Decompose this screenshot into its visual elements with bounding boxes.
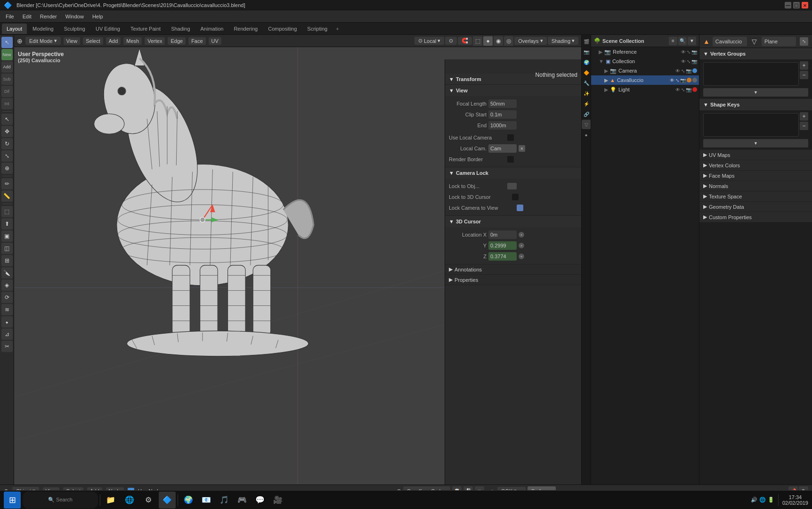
- outliner-ren-light[interactable]: 📷: [686, 87, 691, 92]
- menu-render[interactable]: Render: [36, 12, 61, 21]
- normals-section-hdr[interactable]: ▶ Normals: [699, 181, 812, 191]
- outliner-vis-collection[interactable]: 👁: [681, 59, 686, 64]
- tool-inset[interactable]: ▣: [1, 230, 13, 242]
- tool-shrink-flatten[interactable]: ⬥: [1, 316, 13, 328]
- outliner-vis-reference[interactable]: 👁: [681, 49, 686, 55]
- tab-add[interactable]: +: [333, 25, 341, 33]
- properties-icon-object[interactable]: 🔶: [582, 68, 591, 77]
- focal-length-value[interactable]: 50mm: [488, 99, 517, 108]
- properties-icon-modifier[interactable]: 🔧: [582, 78, 591, 88]
- viewport-shading-lp[interactable]: ◉: [494, 36, 503, 46]
- annotations-section-hdr[interactable]: ▶ Annotations: [445, 264, 581, 275]
- tab-scripting[interactable]: Scripting: [302, 24, 332, 34]
- menu-edit[interactable]: Edit: [19, 12, 35, 21]
- properties-icon-particles[interactable]: ✨: [582, 89, 591, 98]
- face-maps-section-hdr[interactable]: ▶ Face Maps: [699, 171, 812, 181]
- outliner-vis-cavalluccio[interactable]: 👁: [670, 78, 674, 83]
- outliner-filter2[interactable]: ▼: [688, 37, 696, 45]
- properties-icon-data[interactable]: ▽: [582, 120, 591, 129]
- loc-y-value[interactable]: 0.2999: [488, 241, 517, 250]
- outliner-item-cavalluccio[interactable]: ▶ ▲ Cavalluccio 👁 ⤡ 📷: [591, 75, 699, 85]
- outliner-sel-reference[interactable]: ⤡: [687, 49, 690, 55]
- mesh-name-field[interactable]: Plane: [762, 37, 796, 46]
- viewport-shading-solid[interactable]: ●: [483, 36, 493, 46]
- viewport[interactable]: ⊕ Edit Mode ▾ View Select Add Mesh Verte…: [14, 35, 581, 484]
- sk-add-btn[interactable]: +: [800, 112, 808, 121]
- outliner-item-reference[interactable]: ▶ 📷 Reference 👁 ⤡ 📷: [591, 47, 699, 57]
- vg-scroll-up[interactable]: ▼: [703, 88, 808, 97]
- taskbar-file-manager[interactable]: 📁: [102, 492, 119, 509]
- menu-file[interactable]: File: [2, 12, 18, 21]
- tool-box-select[interactable]: ⬚: [1, 206, 13, 217]
- outliner-item-light[interactable]: ▶ 💡 Light 👁 ⤡ 📷: [591, 85, 699, 94]
- loc-y-reset[interactable]: +: [519, 243, 524, 248]
- lock-camera-checkbox[interactable]: [517, 205, 523, 211]
- properties-section-hdr[interactable]: ▶ Properties: [445, 275, 581, 285]
- tab-compositing[interactable]: Compositing: [263, 24, 301, 34]
- view-section-header[interactable]: ▼ View: [445, 85, 581, 96]
- viewport-canvas[interactable]: User Perspective (250) Cavalluccio Z X Y: [14, 47, 581, 484]
- uv-maps-section-hdr[interactable]: ▶ UV Maps: [699, 150, 812, 160]
- transform-pivot-dropdown[interactable]: ⊙ Local ▾: [414, 37, 444, 45]
- tool-annotate[interactable]: ✏: [1, 178, 13, 189]
- end-value[interactable]: 1000m: [488, 121, 517, 130]
- taskbar-chrome[interactable]: 🌐: [121, 492, 138, 509]
- proportional-edit-btn[interactable]: ⊙: [445, 37, 457, 45]
- outliner-ren-collection[interactable]: 📷: [691, 59, 697, 64]
- tool-add[interactable]: Add: [1, 61, 13, 73]
- properties-icon-physics[interactable]: ⚡: [582, 99, 591, 108]
- tool-extrude[interactable]: ⬆: [1, 218, 13, 230]
- clip-start-value[interactable]: 0.1m: [488, 110, 517, 119]
- taskbar-app6[interactable]: 🎥: [269, 492, 286, 509]
- texture-space-section-hdr[interactable]: ▶ Texture Space: [699, 191, 812, 202]
- loc-z-value[interactable]: 0.3774: [488, 252, 517, 261]
- outliner-item-collection[interactable]: ▼ ▣ Collection 👁 ⤡ 📷: [591, 57, 699, 66]
- maximize-button[interactable]: □: [793, 2, 800, 8]
- mesh-props-expand[interactable]: ⤡: [800, 37, 808, 46]
- properties-icon-constraints[interactable]: 🔗: [582, 109, 591, 119]
- tool-cursor[interactable]: ↖: [1, 37, 13, 48]
- object-name-field[interactable]: Cavalluccio: [713, 37, 747, 46]
- tool-loop-cut[interactable]: ⊞: [1, 255, 13, 266]
- tool-spin[interactable]: ⟳: [1, 292, 13, 303]
- outliner-item-camera[interactable]: ▶ 📷 Camera 👁 ⤡ 📷: [591, 66, 699, 75]
- vg-remove-btn[interactable]: −: [800, 71, 808, 79]
- outliner-ren-cavalluccio[interactable]: 📷: [680, 78, 686, 83]
- tab-rendering[interactable]: Rendering: [229, 24, 262, 34]
- shading-dropdown[interactable]: Shading ▾: [548, 37, 578, 45]
- menu-window[interactable]: Window: [62, 12, 88, 21]
- overlays-btn[interactable]: Overlays ▾: [514, 37, 546, 45]
- local-cam-clear[interactable]: ×: [519, 145, 525, 152]
- tool-smooth[interactable]: ≋: [1, 304, 13, 315]
- outliner-sel-camera[interactable]: ⤡: [681, 68, 685, 74]
- outliner-vis-light[interactable]: 👁: [675, 87, 680, 92]
- properties-icon-world[interactable]: 🌍: [582, 57, 591, 67]
- loc-z-reset[interactable]: +: [519, 254, 524, 259]
- vertex-groups-header[interactable]: ▼ Vertex Groups: [699, 48, 812, 59]
- taskbar-app4[interactable]: 🎮: [234, 492, 251, 509]
- properties-icon-renderlayers[interactable]: 📷: [582, 47, 591, 57]
- outliner-ren-camera[interactable]: 📷: [686, 68, 691, 74]
- properties-icon-material[interactable]: ●: [582, 130, 591, 140]
- tab-layout[interactable]: Layout: [2, 24, 27, 34]
- outliner-filter[interactable]: ≡: [669, 37, 677, 45]
- taskbar-search[interactable]: 🔍 Search: [23, 492, 98, 509]
- tool-difference[interactable]: Dif: [1, 86, 13, 97]
- use-local-camera-checkbox[interactable]: [507, 134, 514, 141]
- tab-texture-paint[interactable]: Texture Paint: [126, 24, 165, 34]
- tab-shading[interactable]: Shading: [166, 24, 195, 34]
- vertex-colors-section-hdr[interactable]: ▶ Vertex Colors: [699, 160, 812, 171]
- taskbar-app5[interactable]: 💬: [252, 492, 268, 509]
- shape-keys-header[interactable]: ▼ Shape Keys: [699, 99, 812, 110]
- taskbar-app2[interactable]: 📧: [198, 492, 215, 509]
- viewport-shading-wireframe[interactable]: ⬚: [473, 36, 482, 46]
- custom-props-section-hdr[interactable]: ▶ Custom Properties: [699, 212, 812, 222]
- tool-scale[interactable]: ⤡: [1, 150, 13, 162]
- tool-shear[interactable]: ⊿: [1, 328, 13, 340]
- tab-animation[interactable]: Animation: [196, 24, 228, 34]
- local-cam-value[interactable]: Cam: [488, 144, 517, 153]
- sk-remove-btn[interactable]: −: [800, 122, 808, 130]
- tool-new[interactable]: New: [1, 49, 13, 60]
- tab-modeling[interactable]: Modeling: [28, 24, 58, 34]
- tool-transform[interactable]: ⊕: [1, 163, 13, 174]
